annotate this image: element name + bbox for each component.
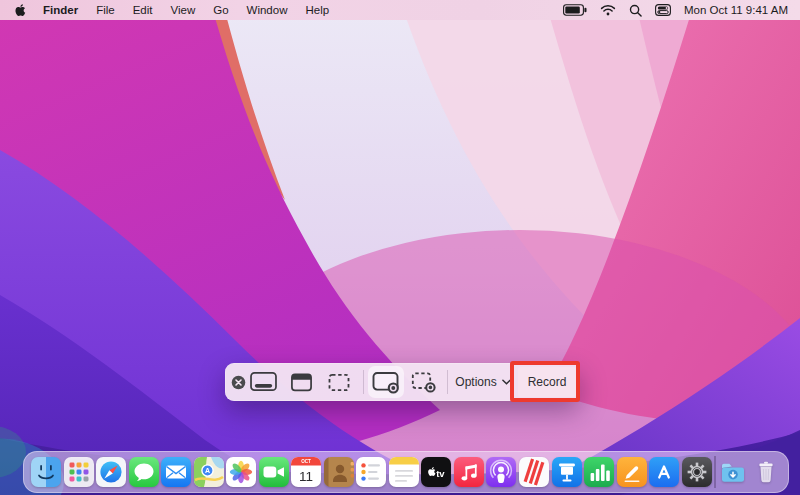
close-button[interactable] xyxy=(227,363,249,401)
options-label: Options xyxy=(455,375,496,389)
record-label: Record xyxy=(528,375,567,389)
record-selection-icon xyxy=(410,370,437,394)
dock-launchpad-icon[interactable] xyxy=(64,457,94,487)
dock-numbers-icon[interactable] xyxy=(584,457,614,487)
calendar-month-label: OCT xyxy=(301,459,311,464)
menu-item-go[interactable]: Go xyxy=(204,0,237,20)
menu-item-file[interactable]: File xyxy=(87,0,124,20)
record-button[interactable]: Record xyxy=(518,367,576,397)
dock-pages-icon[interactable] xyxy=(617,457,647,487)
dock-photos-icon[interactable] xyxy=(226,457,256,487)
calendar-day-label: 11 xyxy=(299,469,313,484)
menu-item-finder[interactable]: Finder xyxy=(34,0,87,20)
tv-label: tv xyxy=(437,468,446,479)
capture-selected-portion-button[interactable] xyxy=(323,363,355,401)
options-dropdown[interactable]: Options xyxy=(453,363,513,401)
menu-item-edit[interactable]: Edit xyxy=(124,0,162,20)
dock-keynote-icon[interactable] xyxy=(552,457,582,487)
macos-desktop: Finder File Edit View Go Window Help xyxy=(0,0,800,495)
capture-window-icon xyxy=(289,371,314,394)
record-entire-screen-button[interactable] xyxy=(368,363,404,401)
dock-system-preferences-icon[interactable] xyxy=(682,457,712,487)
dock-maps-icon[interactable]: A xyxy=(194,457,224,487)
chevron-down-icon xyxy=(502,379,511,385)
apple-icon xyxy=(14,3,26,17)
menu-bar-clock[interactable]: Mon Oct 11 9:41 AM xyxy=(684,4,788,16)
dock-finder-icon[interactable] xyxy=(31,457,61,487)
apple-menu[interactable] xyxy=(12,3,34,17)
wifi-icon[interactable] xyxy=(600,4,616,16)
menu-bar: Finder File Edit View Go Window Help xyxy=(0,0,800,20)
capture-selection-icon xyxy=(327,372,351,393)
capture-selected-window-button[interactable] xyxy=(285,363,317,401)
dock-podcasts-icon[interactable] xyxy=(486,457,516,487)
menu-item-view[interactable]: View xyxy=(162,0,205,20)
dock-trash-icon[interactable] xyxy=(751,457,781,487)
dock-calendar-icon[interactable]: OCT 11 xyxy=(291,457,321,487)
control-center-icon[interactable] xyxy=(655,4,671,16)
toolbar-divider xyxy=(363,370,364,394)
capture-entire-screen-button[interactable] xyxy=(247,363,279,401)
dock-mail-icon[interactable] xyxy=(161,457,191,487)
dock-downloads-folder-icon[interactable] xyxy=(718,457,748,487)
dock-facetime-icon[interactable] xyxy=(259,457,289,487)
dock-notes-icon[interactable] xyxy=(389,457,419,487)
record-selected-portion-button[interactable] xyxy=(406,363,440,401)
dock-safari-icon[interactable] xyxy=(96,457,126,487)
dock-contacts-icon[interactable] xyxy=(324,457,354,487)
status-area: Mon Oct 11 9:41 AM xyxy=(563,4,788,17)
toolbar-divider xyxy=(447,370,448,394)
dock-tv-icon[interactable]: tv xyxy=(421,457,451,487)
capture-screen-icon xyxy=(249,370,278,394)
menu-bar-left: Finder File Edit View Go Window Help xyxy=(12,0,338,20)
menu-item-help[interactable]: Help xyxy=(296,0,338,20)
record-screen-icon xyxy=(371,370,401,395)
dock-appstore-icon[interactable] xyxy=(649,457,679,487)
maps-marker-label: A xyxy=(205,467,210,474)
battery-icon[interactable] xyxy=(563,4,587,16)
dock-music-icon[interactable] xyxy=(454,457,484,487)
menu-item-window[interactable]: Window xyxy=(238,0,297,20)
close-icon xyxy=(231,375,246,390)
screenshot-toolbar: Options Record xyxy=(225,363,580,401)
dock: A xyxy=(23,451,789,493)
dock-divider xyxy=(714,456,716,488)
search-icon[interactable] xyxy=(629,4,642,17)
dock-reminders-icon[interactable] xyxy=(356,457,386,487)
dock-messages-icon[interactable] xyxy=(129,457,159,487)
monterey-wallpaper xyxy=(0,0,800,495)
dock-news-icon[interactable] xyxy=(519,457,549,487)
